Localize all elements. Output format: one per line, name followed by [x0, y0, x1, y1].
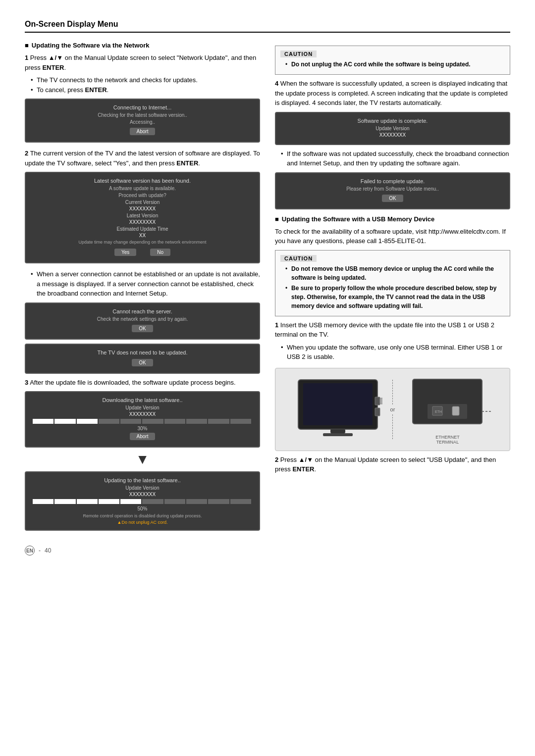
svg-rect-12	[452, 406, 459, 415]
step-4-num: 4	[275, 80, 278, 87]
screen2-yes-btn[interactable]: Yes	[114, 249, 136, 256]
prog-bar-9	[208, 419, 229, 424]
prog-bar-5	[120, 419, 141, 424]
caution2-title: CAUTION	[280, 255, 317, 262]
step-1-bullet-1: The TV connects to the network and check…	[31, 75, 260, 85]
usb-step-2-text: 2 Press ▲/▼ on the Manual Update screen …	[275, 455, 510, 474]
tv-svg	[293, 377, 382, 442]
screen4-line1: The TV does not need to be updated.	[33, 350, 252, 355]
step-4-bullets: If the software was not updated successf…	[275, 149, 510, 168]
screen2-label3: Estimated Update Time	[33, 226, 252, 232]
usb-diagram-container: or ETH	[275, 368, 510, 451]
subsection-network-title: Updating the Software via the Network	[25, 42, 260, 49]
arrow-down-icon: ▼	[25, 452, 260, 467]
screen2-btn-row: Yes No	[33, 247, 252, 257]
screen5-abort-btn[interactable]: Abort	[130, 433, 156, 440]
screen5-progress-bar	[33, 419, 252, 424]
usb-step-2-pre: Press	[280, 456, 299, 463]
caution1-title: CAUTION	[280, 50, 317, 57]
prog-bar-10	[230, 419, 251, 424]
subsection-usb-desc: To check for the availability of a softw…	[275, 227, 510, 246]
usb-step-1-block: 1 Insert the USB memory device with the …	[275, 320, 510, 362]
screen6-line1: Updating to the latest software..	[33, 477, 252, 483]
svg-rect-6	[380, 398, 382, 404]
caution2-item-1-strong: Do not remove the USB memory device or u…	[291, 265, 494, 281]
screen1-abort-btn[interactable]: Abort	[130, 128, 156, 135]
usb-step-1-text: 1 Insert the USB memory device with the …	[275, 320, 510, 340]
step-2-num: 2	[25, 150, 28, 157]
screen6-val: XXXXXXXX	[33, 492, 252, 497]
footer-dash: -	[39, 547, 41, 554]
prog6-bar-4	[99, 499, 119, 504]
prog-bar-3	[77, 419, 98, 424]
caution2-list: Do not remove the USB memory device or u…	[280, 264, 505, 310]
usb-step-2-block: 2 Press ▲/▼ on the Manual Update screen …	[275, 455, 510, 474]
screen5-line1: Downloading the latest software..	[33, 397, 252, 403]
screen2-line1: Latest software version has been found.	[33, 178, 252, 184]
usb-step-2-enter: ENTER	[292, 465, 314, 473]
screen5-label: Update Version	[33, 405, 252, 410]
screen6-progress-bar	[33, 499, 252, 504]
screen5-val: XXXXXXXX	[33, 411, 252, 417]
tv-bottom-svg: ETH	[403, 374, 492, 434]
screen6-warning: ▲Do not unplug AC cord.	[33, 520, 252, 525]
screen2-label1: Current Version	[33, 200, 252, 205]
ethernet-label: ETHERNETTERMINAL	[435, 435, 460, 445]
screen2-label2: Latest Version	[33, 213, 252, 218]
usb-step-2-num: 2	[275, 456, 278, 463]
step-1-key: ▲/▼	[49, 54, 63, 61]
screen-no-update: The TV does not need to be updated. OK	[25, 344, 260, 374]
step-2-text: 2 The current version of the TV and the …	[25, 149, 260, 168]
screen1-line3: Accessing..	[33, 119, 252, 125]
section-title: On-Screen Display Menu	[25, 20, 510, 33]
screen2-val1: XXXXXXXX	[33, 206, 252, 211]
svg-rect-1	[303, 383, 373, 425]
step-4-text: 4 When the software is successfully upda…	[275, 79, 510, 108]
prog6-bar-5	[120, 499, 141, 504]
svg-rect-4	[375, 397, 380, 405]
step-1-bullet-2: To cancel, press ENTER.	[31, 85, 260, 95]
step-3-text: 3 After the update file is downloaded, t…	[25, 378, 260, 388]
screen2-line2: A software update is available.	[33, 186, 252, 191]
caution1-item-1: Do not unplug the AC cord while the soft…	[285, 60, 505, 69]
screen8-ok-btn[interactable]: OK	[382, 195, 403, 202]
prog-bar-7	[164, 419, 185, 424]
subsection-usb-title: Updating the Software with a USB Memory …	[275, 215, 510, 223]
step-4-bullet-1: If the software was not updated successf…	[281, 149, 510, 168]
caution2-item-2: Be sure to properly follow the whole pro…	[285, 284, 505, 310]
screen7-val: XXXXXXXX	[283, 132, 502, 138]
step-4-block: 4 When the software is successfully upda…	[275, 79, 510, 209]
step-4-desc: When the software is successfully update…	[275, 80, 508, 106]
step-3-block: 3 After the update file is downloaded, t…	[25, 378, 260, 531]
screen2-line3: Proceed with update?	[33, 193, 252, 198]
prog-bar-1	[33, 419, 54, 424]
screen4-ok-btn[interactable]: OK	[132, 359, 153, 366]
step-1-text: 1 Press ▲/▼ on the Manual Update screen …	[25, 53, 260, 72]
right-column: CAUTION Do not unplug the AC cord while …	[275, 42, 510, 537]
caution-box-2: CAUTION Do not remove the USB memory dev…	[275, 250, 510, 316]
left-column: Updating the Software via the Network 1 …	[25, 42, 260, 537]
caution2-item-2-strong: Be sure to properly follow the whole pro…	[291, 285, 496, 309]
prog-bar-6	[142, 419, 163, 424]
screen3-ok-btn[interactable]: OK	[132, 325, 153, 332]
usb-step-1-desc: Insert the USB memory device with the up…	[275, 321, 494, 339]
prog-bar-4	[99, 419, 119, 424]
step-1-block: 1 Press ▲/▼ on the Manual Update screen …	[25, 53, 260, 143]
svg-text:ETH: ETH	[435, 410, 442, 413]
screen2-no-btn[interactable]: No	[150, 249, 170, 256]
step-2-server-note: When a server connection cannot be estab…	[31, 269, 260, 299]
prog6-bar-9	[208, 499, 229, 504]
screen6-note: Remote control operation is disabled dur…	[33, 513, 252, 518]
svg-rect-3	[323, 433, 353, 436]
tv-bottom-illustration: ETH ETHERNETTERMINAL	[403, 374, 492, 445]
screen3-line1: Cannot reach the server.	[33, 308, 252, 314]
screen-updating: Updating to the latest software.. Update…	[25, 471, 260, 531]
usb-step-1-bullets: When you update the software, use only o…	[275, 343, 510, 362]
prog-bar-8	[186, 419, 207, 424]
screen3-line2: Check the network settings and try again…	[33, 316, 252, 322]
two-column-layout: Updating the Software via the Network 1 …	[25, 42, 510, 537]
page-content: On-Screen Display Menu Updating the Soft…	[0, 0, 535, 756]
step-1-num: 1	[25, 54, 28, 61]
prog6-bar-10	[230, 499, 251, 504]
prog6-bar-7	[164, 499, 185, 504]
